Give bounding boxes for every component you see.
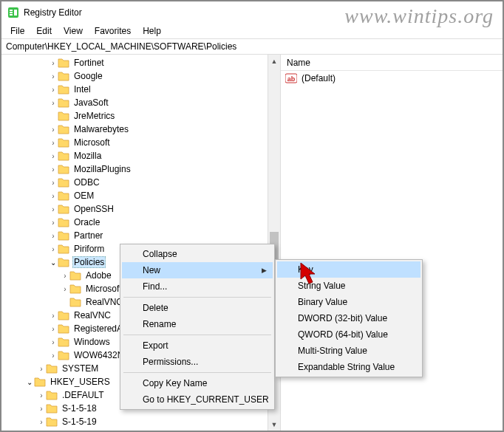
window-title: Registry Editor: [24, 7, 82, 18]
svg-rect-2: [10, 12, 13, 13]
submenu-binary-value[interactable]: Binary Value: [277, 294, 420, 310]
menu-edit[interactable]: Edit: [30, 24, 58, 38]
tree-item-label: S-1-5-18: [61, 403, 98, 414]
tree-item[interactable]: JreMetrics: [1, 109, 280, 123]
tree-item-label: OEM: [72, 191, 95, 201]
chevron-right-icon[interactable]: ›: [49, 325, 58, 333]
tree-item-label: MozillaPlugins: [72, 164, 132, 174]
chevron-down-icon[interactable]: ⌄: [25, 378, 34, 386]
menu-collapse[interactable]: Collapse: [122, 246, 273, 262]
folder-icon: [58, 350, 69, 360]
tree-item[interactable]: ›ODBC: [1, 176, 280, 189]
svg-text:ab: ab: [287, 75, 296, 83]
tree-item-label: Microsoft: [72, 137, 112, 148]
menu-separator: [123, 297, 271, 298]
chevron-right-icon[interactable]: ›: [49, 72, 58, 80]
chevron-right-icon[interactable]: ›: [61, 285, 69, 293]
menu-copy-key-name[interactable]: Copy Key Name: [122, 375, 273, 391]
folder-icon: [58, 71, 69, 81]
folder-icon: [58, 137, 69, 148]
tree-item[interactable]: ›Google: [1, 69, 280, 83]
tree-item-label: HKEY_USERS: [49, 377, 112, 387]
tree-item[interactable]: ⌄S-1-5-20: [1, 428, 280, 431]
scroll-up-icon[interactable]: ▲: [268, 55, 280, 67]
folder-icon: [58, 230, 69, 241]
chevron-right-icon[interactable]: ›: [49, 312, 58, 320]
chevron-right-icon[interactable]: ›: [37, 391, 46, 400]
folder-icon: [69, 284, 81, 294]
menu-permissions[interactable]: Permissions...: [122, 354, 273, 370]
menu-help[interactable]: Help: [137, 24, 167, 38]
submenu-string-value[interactable]: String Value: [277, 278, 420, 294]
titlebar: Registry Editor: [1, 1, 503, 24]
tree-item[interactable]: ›Fortinet: [1, 56, 280, 69]
tree-item[interactable]: ›Intel: [1, 83, 280, 96]
menu-new[interactable]: New ▶: [122, 262, 273, 278]
tree-item[interactable]: ›MozillaPlugins: [1, 162, 280, 176]
chevron-right-icon[interactable]: ›: [49, 192, 58, 200]
chevron-right-icon[interactable]: ›: [49, 59, 58, 67]
menu-view[interactable]: View: [58, 24, 89, 38]
folder-icon: [46, 403, 58, 414]
context-menu: Collapse New ▶ Find... Delete Rename Exp…: [120, 244, 275, 410]
chevron-right-icon[interactable]: ›: [49, 179, 58, 187]
tree-item-label: Mozilla: [72, 151, 103, 161]
tree-item[interactable]: ›Malwarebytes: [1, 123, 280, 136]
scroll-down-icon[interactable]: ▼: [268, 418, 280, 431]
tree-item[interactable]: ›Partner: [1, 229, 280, 242]
submenu-key[interactable]: Key: [277, 261, 420, 278]
chevron-right-icon[interactable]: ›: [37, 405, 46, 413]
submenu-multi-string-value[interactable]: Multi-String Value: [277, 343, 420, 359]
submenu-expandable-string-value[interactable]: Expandable String Value: [277, 359, 420, 375]
column-header-name[interactable]: Name: [281, 55, 503, 71]
chevron-right-icon[interactable]: ›: [49, 232, 58, 240]
chevron-right-icon[interactable]: ›: [49, 352, 58, 360]
folder-icon: [58, 257, 69, 267]
folder-icon: [58, 310, 69, 320]
submenu-arrow-icon: ▶: [262, 267, 267, 274]
tree-item[interactable]: ›Mozilla: [1, 149, 280, 162]
tree-item-label: Partner: [72, 230, 104, 241]
menu-export[interactable]: Export: [122, 337, 273, 354]
folder-icon: [34, 377, 46, 387]
chevron-right-icon[interactable]: ›: [49, 338, 58, 346]
chevron-right-icon[interactable]: ›: [49, 165, 58, 174]
chevron-right-icon[interactable]: ›: [49, 126, 58, 134]
menu-file[interactable]: File: [4, 24, 30, 38]
svg-rect-1: [10, 10, 13, 11]
tree-item[interactable]: ›Oracle: [1, 216, 280, 229]
tree-item[interactable]: ›Microsoft: [1, 136, 280, 149]
menu-delete[interactable]: Delete: [122, 300, 273, 316]
menu-find[interactable]: Find...: [122, 278, 273, 295]
folder-icon: [69, 270, 81, 281]
tree-item-label: JreMetrics: [72, 111, 116, 121]
tree-item[interactable]: ›S-1-5-19: [1, 415, 280, 428]
chevron-right-icon[interactable]: ›: [49, 99, 58, 107]
chevron-right-icon[interactable]: ›: [49, 205, 58, 213]
addressbar[interactable]: Computer\HKEY_LOCAL_MACHINE\SOFTWARE\Pol…: [1, 38, 503, 55]
tree-item-label: Policies: [72, 256, 106, 268]
tree-item-label: ODBC: [72, 177, 101, 188]
tree-item[interactable]: ›OEM: [1, 189, 280, 202]
chevron-right-icon[interactable]: ›: [49, 219, 58, 227]
tree-item-label: Adobe: [84, 270, 113, 281]
tree-item[interactable]: ›OpenSSH: [1, 202, 280, 216]
menu-rename[interactable]: Rename: [122, 316, 273, 332]
chevron-right-icon[interactable]: ›: [37, 365, 46, 373]
chevron-right-icon[interactable]: ›: [37, 418, 46, 426]
menu-favorites[interactable]: Favorites: [89, 24, 137, 38]
folder-icon: [58, 244, 69, 254]
chevron-down-icon[interactable]: ⌄: [49, 258, 58, 267]
tree-item-label: Fortinet: [72, 58, 106, 68]
chevron-right-icon[interactable]: ›: [49, 86, 58, 94]
menu-goto-hkcu[interactable]: Go to HKEY_CURRENT_USER: [122, 391, 273, 408]
chevron-right-icon[interactable]: ›: [49, 152, 58, 160]
submenu-dword-value[interactable]: DWORD (32-bit) Value: [277, 310, 420, 326]
folder-icon: [58, 204, 69, 214]
chevron-right-icon[interactable]: ›: [49, 245, 58, 253]
submenu-qword-value[interactable]: QWORD (64-bit) Value: [277, 326, 420, 343]
chevron-right-icon[interactable]: ›: [49, 139, 58, 147]
chevron-right-icon[interactable]: ›: [61, 272, 69, 280]
list-row[interactable]: ab (Default): [281, 71, 503, 86]
tree-item[interactable]: ›JavaSoft: [1, 96, 280, 109]
